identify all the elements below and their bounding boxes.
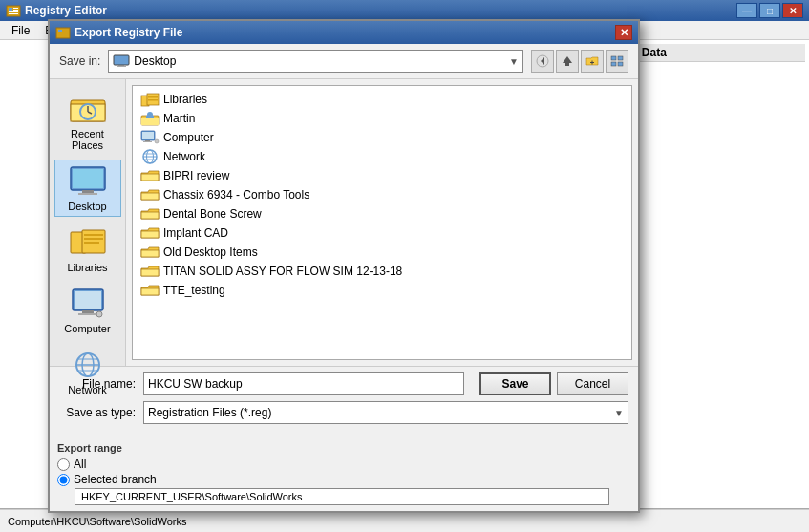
all-radio-row: All [57, 458, 630, 471]
nav-recent-places-label: Recent Places [57, 128, 118, 151]
file-item-dental-name: Dental Bone Screw [163, 207, 262, 221]
svg-rect-10 [117, 66, 126, 67]
file-item-titan-name: TITAN SOLID ASSY FOR FLOW SIM 12-13-18 [163, 265, 402, 278]
file-name-input[interactable] [143, 372, 464, 395]
svg-rect-63 [141, 174, 159, 181]
svg-rect-32 [84, 234, 103, 236]
nav-network[interactable]: Network [54, 343, 121, 400]
save-button[interactable]: Save [479, 372, 551, 395]
new-folder-button[interactable] [581, 50, 604, 73]
selected-branch-radio[interactable] [57, 474, 70, 486]
svg-rect-5 [9, 13, 18, 14]
svg-rect-18 [618, 56, 623, 60]
nav-libraries-label: Libraries [67, 262, 107, 273]
file-item-computer[interactable]: Computer [137, 128, 628, 147]
svg-rect-38 [78, 313, 97, 315]
nav-computer[interactable]: Computer [54, 282, 121, 339]
file-item-libraries-name: Libraries [163, 93, 207, 106]
svg-rect-65 [141, 212, 159, 219]
file-item-titan[interactable]: TITAN SOLID ASSY FOR FLOW SIM 12-13-18 [137, 262, 628, 281]
data-column-header: Data [642, 46, 667, 59]
maximize-button[interactable]: □ [759, 3, 780, 18]
all-radio[interactable] [57, 458, 70, 471]
folder-icon-tte [140, 283, 160, 298]
svg-rect-19 [611, 62, 616, 66]
nav-desktop[interactable]: Desktop [54, 160, 121, 217]
svg-rect-34 [84, 242, 99, 244]
dialog-close-button[interactable]: ✕ [615, 25, 632, 40]
file-item-bipri[interactable]: BIPRI review [137, 166, 628, 185]
svg-rect-16 [592, 61, 593, 65]
computer-item-icon [140, 130, 160, 145]
file-item-dental[interactable]: Dental Bone Screw [137, 204, 628, 223]
svg-rect-1 [9, 8, 12, 11]
file-item-martin[interactable]: Martin [137, 109, 628, 128]
folder-icon-dental [140, 206, 160, 222]
file-list[interactable]: Libraries Martin [132, 85, 632, 360]
svg-rect-14 [565, 63, 569, 66]
file-item-implant[interactable]: Implant CAD [137, 223, 628, 243]
save-as-type-combo[interactable]: Registration Files (*.reg) ▼ [143, 401, 628, 424]
file-item-old-desktop[interactable]: Old Desktop Items [137, 243, 628, 262]
file-item-old-name: Old Desktop Items [163, 245, 258, 259]
registry-editor-icon [6, 3, 21, 18]
save-in-arrow: ▼ [509, 56, 519, 67]
desktop-nav-icon [69, 164, 107, 199]
up-button[interactable] [556, 50, 579, 73]
all-radio-label: All [74, 458, 86, 471]
svg-rect-0 [7, 6, 20, 16]
save-in-value: Desktop [134, 54, 176, 68]
svg-rect-36 [75, 291, 101, 309]
svg-rect-48 [148, 99, 158, 101]
svg-rect-2 [13, 8, 18, 9]
close-registry-button[interactable]: ✕ [782, 3, 803, 18]
file-item-chassix[interactable]: Chassix 6934 - Combo Tools [137, 185, 628, 204]
file-item-network-name: Network [163, 150, 205, 163]
user-item-icon [140, 111, 160, 126]
folder-icon-implant [140, 225, 160, 241]
back-button[interactable] [531, 50, 554, 73]
nav-recent-places[interactable]: Recent Places [54, 87, 121, 156]
minimize-button[interactable]: — [736, 3, 757, 18]
save-cancel-buttons: Save Cancel [479, 372, 628, 395]
toolbar-buttons [531, 50, 628, 73]
computer-icon [69, 287, 107, 321]
save-in-combo[interactable]: Desktop ▼ [108, 50, 523, 73]
folder-icon-old [140, 245, 160, 260]
file-item-libraries[interactable]: Libraries [137, 90, 628, 109]
folder-icon-bipri [140, 168, 160, 183]
nav-libraries[interactable]: Libraries [54, 221, 121, 278]
dialog-body: Recent Places Desktop [50, 79, 638, 366]
file-name-label: File name: [59, 377, 136, 391]
svg-rect-64 [141, 193, 159, 200]
file-item-tte[interactable]: TTE_testing [137, 281, 628, 300]
svg-rect-20 [618, 62, 623, 66]
view-button[interactable] [606, 50, 628, 73]
svg-point-39 [96, 311, 102, 317]
dialog-icon [55, 25, 71, 40]
network-item-icon [140, 149, 160, 164]
export-dialog: Export Registry File ✕ Save in: Desktop … [48, 19, 640, 513]
file-item-network[interactable]: Network [137, 147, 628, 166]
svg-rect-7 [58, 30, 62, 32]
selected-branch-radio-label: Selected branch [74, 473, 157, 486]
libraries-item-icon [140, 92, 160, 107]
svg-marker-13 [563, 56, 572, 63]
branch-path-input[interactable] [75, 488, 609, 505]
svg-rect-33 [84, 238, 103, 240]
svg-rect-69 [141, 288, 159, 295]
registry-titlebar: Registry Editor — □ ✕ [0, 0, 809, 21]
file-item-bipri-name: BIPRI review [163, 169, 229, 182]
svg-rect-27 [73, 169, 103, 188]
export-range-title: Export range [57, 442, 630, 454]
svg-rect-17 [611, 56, 616, 60]
registry-status-text: Computer\HKCU\Software\SolidWorks [8, 516, 186, 527]
svg-point-57 [155, 139, 159, 143]
menu-file[interactable]: File [4, 22, 37, 39]
desktop-small-icon [113, 54, 130, 68]
cancel-button[interactable]: Cancel [557, 372, 628, 395]
svg-rect-3 [13, 10, 18, 11]
svg-rect-67 [141, 250, 159, 257]
svg-rect-66 [141, 231, 159, 238]
folder-icon-titan [140, 264, 160, 279]
